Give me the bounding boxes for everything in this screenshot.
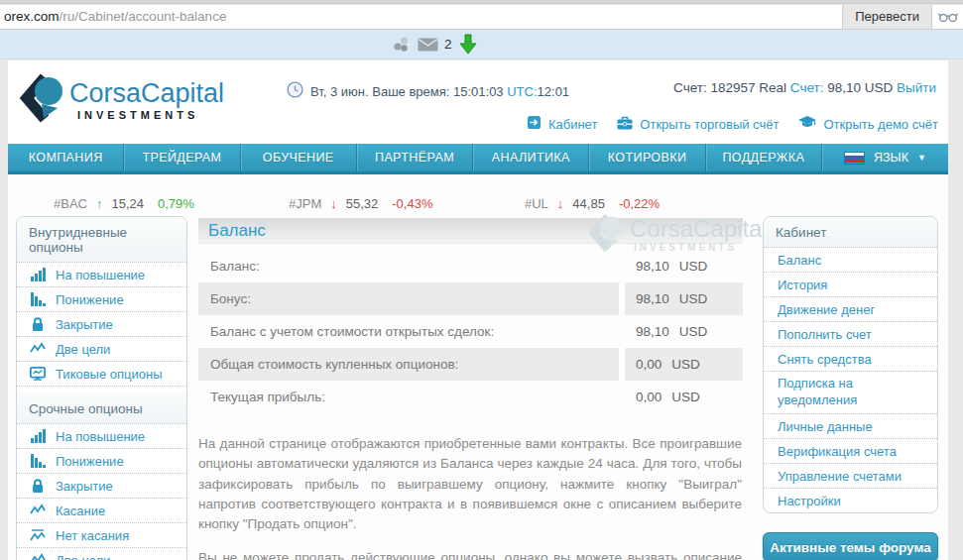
- sidebar-item-label: Верификация счета: [778, 444, 897, 459]
- language-menu[interactable]: ЯЗЫК ▼: [821, 144, 948, 171]
- ticker-price: 44,85: [572, 196, 605, 211]
- row-label: Баланс:: [198, 250, 619, 282]
- utc-label: UTC:: [507, 84, 537, 99]
- reader-glasses-icon[interactable]: [938, 9, 958, 29]
- nav-support[interactable]: ПОДДЕРЖКА: [705, 144, 821, 171]
- sidebar-item-label: Снять средства: [778, 352, 872, 367]
- logo[interactable]: CorsaCapital INVESTMENTS: [18, 72, 224, 128]
- sidebar-item-label: Нет касания: [56, 528, 129, 543]
- account-label: Счет:: [673, 80, 707, 95]
- lock-icon: [30, 478, 46, 494]
- utc-time: 12:01: [538, 84, 570, 99]
- watermark-text: CorsaCapital INVESTMENTS: [630, 217, 768, 253]
- time-prefix: Вт, 3 июн. Ваше время:: [310, 84, 449, 99]
- browser-notification-bar: 2: [0, 30, 963, 59]
- intraday-item-close[interactable]: Закрытие: [17, 312, 186, 337]
- clock-icon: [287, 81, 303, 101]
- term-item-fall[interactable]: Понижение: [17, 449, 186, 474]
- download-arrow-icon[interactable]: [459, 34, 477, 58]
- logo-mark-icon: [18, 72, 63, 128]
- zigzag-icon: [30, 552, 46, 560]
- cabinet-item-accounts[interactable]: Управление счетами: [764, 464, 937, 489]
- ticker-price: 15,24: [111, 196, 144, 211]
- open-demo-account-link[interactable]: Открыть демо счёт: [798, 116, 938, 132]
- ticker-symbol: #BAC: [54, 196, 87, 211]
- sidebar-item-label: Понижение: [56, 292, 124, 307]
- language-label: ЯЗЫК: [874, 151, 908, 165]
- quick-links: Кабинет Открыть торговый счёт Открыть де…: [527, 115, 938, 133]
- nav-company[interactable]: КОМПАНИЯ: [8, 144, 123, 171]
- sidebar-item-label: На повышение: [56, 429, 145, 444]
- intraday-item-tick-options[interactable]: Тиковые опционы: [17, 362, 186, 387]
- ticker-change: 0,79%: [158, 196, 194, 211]
- account-number: 182957 Real: [710, 80, 786, 95]
- term-options-header: Срочные опционы: [17, 392, 186, 424]
- intraday-item-fall[interactable]: Понижение: [17, 287, 186, 312]
- row-value: 98,10USD: [625, 282, 743, 315]
- mail-count-badge: 2: [444, 30, 452, 59]
- intraday-item-two-targets[interactable]: Две цели: [17, 337, 186, 362]
- cabinet-item-personal-data[interactable]: Личные данные: [764, 414, 937, 439]
- sidebar-item-label: Пополнить счет: [778, 327, 872, 342]
- sidebar-item-label: Закрытие: [56, 317, 113, 332]
- value-amount: 0,00: [636, 357, 662, 372]
- cabinet-item-balance[interactable]: Баланс: [764, 248, 937, 273]
- active-forum-topics-button[interactable]: Активные темы форума: [763, 532, 938, 560]
- graduation-cap-icon: [798, 116, 816, 132]
- ticker-price: 55,32: [346, 196, 379, 211]
- ticker-ul: #UL ↓ 44,85 -0,22%: [525, 196, 660, 211]
- sidebar-item-label: Подписка на уведомления: [778, 376, 923, 409]
- url-text[interactable]: orex.com/ru/Cabinet/account-balance: [4, 5, 226, 29]
- value-amount: 98,10: [636, 259, 669, 274]
- balance-label: Счет:: [790, 80, 824, 95]
- logout-link[interactable]: Выйти: [897, 80, 936, 95]
- ticker-bac: #BAC ↑ 15,24 0,79%: [54, 196, 194, 211]
- ticker-symbol: #UL: [525, 196, 548, 211]
- zigzag-icon: [30, 503, 46, 518]
- watermark-title: CorsaCapital: [630, 217, 768, 241]
- cabinet-item-deposit[interactable]: Пополнить счет: [764, 322, 937, 347]
- sidebar-item-label: Управление счетами: [778, 469, 902, 484]
- cabinet-link[interactable]: Кабинет: [527, 115, 597, 133]
- share-molecule-icon[interactable]: [393, 36, 411, 57]
- balance-table: Баланс: 98,10USD Бонус: 98,10USD Баланс …: [198, 250, 743, 413]
- nav-partners[interactable]: ПАРТНЁРАМ: [356, 144, 472, 171]
- lock-icon: [30, 316, 46, 332]
- intraday-options-header: Внутридневные опционы: [17, 217, 186, 263]
- mail-icon[interactable]: [418, 38, 438, 56]
- options-sidebar: Внутридневные опционы На повышение Пониж…: [16, 216, 187, 560]
- chart-down-icon: [30, 291, 46, 307]
- cabinet-item-notifications[interactable]: Подписка на уведомления: [764, 372, 937, 414]
- sidebar-item-label: Закрытие: [56, 479, 113, 494]
- cabinet-item-withdraw[interactable]: Снять средства: [764, 347, 937, 372]
- translate-button[interactable]: Перевести: [842, 5, 932, 29]
- value-currency: USD: [671, 357, 700, 372]
- cabinet-item-verification[interactable]: Верификация счета: [764, 439, 937, 464]
- intraday-item-rise[interactable]: На повышение: [17, 263, 186, 287]
- logo-title: CorsaCapital: [69, 79, 224, 107]
- term-item-no-touch[interactable]: Нет касания: [17, 523, 186, 548]
- time-text: Вт, 3 июн. Ваше время: 15:01:03 UTC:12:0…: [310, 84, 569, 99]
- term-item-touch[interactable]: Касание: [17, 499, 186, 523]
- cabinet-item-money-flow[interactable]: Движение денег: [764, 297, 937, 322]
- term-item-two-targets[interactable]: Две цели: [17, 548, 186, 560]
- nav-education[interactable]: ОБУЧЕНИЕ: [240, 144, 356, 171]
- cabinet-item-settings[interactable]: Настройки: [764, 489, 937, 513]
- nav-traders[interactable]: ТРЕЙДЕРАМ: [123, 144, 239, 171]
- cabinet-item-history[interactable]: История: [764, 273, 937, 297]
- term-item-close[interactable]: Закрытие: [17, 474, 186, 499]
- paragraph: Вы не можете продать действующие опционы…: [198, 548, 742, 560]
- site-header: CorsaCapital INVESTMENTS Вт, 3 июн. Ваше…: [8, 60, 948, 144]
- table-row: Бонус: 98,10USD: [198, 282, 743, 315]
- open-trading-account-link[interactable]: Открыть торговый счёт: [617, 116, 779, 133]
- browser-address-bar[interactable]: orex.com/ru/Cabinet/account-balance Пере…: [0, 5, 963, 30]
- row-value: 0,00USD: [625, 381, 743, 413]
- chevron-down-icon: ▼: [917, 153, 926, 163]
- nav-analytics[interactable]: АНАЛИТИКА: [472, 144, 588, 171]
- nav-quotes[interactable]: КОТИРОВКИ: [588, 144, 704, 171]
- term-item-rise[interactable]: На повышение: [17, 424, 186, 449]
- chart-down-icon: [30, 453, 46, 469]
- logo-text: CorsaCapital INVESTMENTS: [69, 79, 224, 121]
- open-demo-account-label: Открыть демо счёт: [823, 117, 938, 132]
- zigzag-line-icon: [30, 527, 46, 543]
